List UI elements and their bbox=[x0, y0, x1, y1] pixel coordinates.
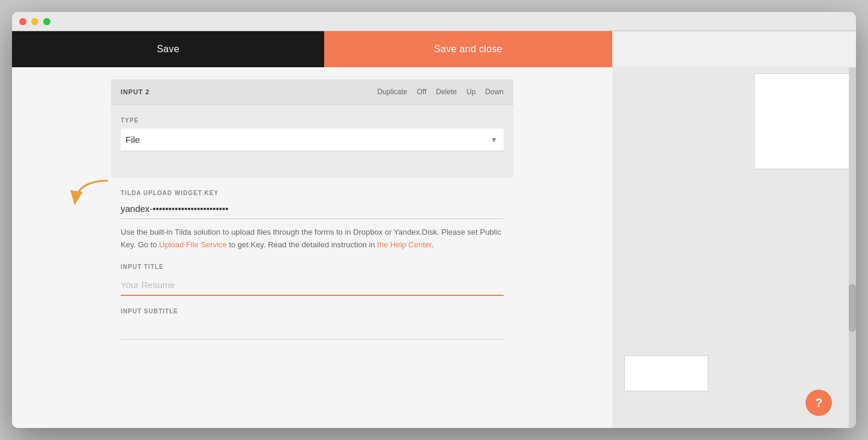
main-area: INPUT 2 Duplicate Off Delete Up Down TYP… bbox=[12, 67, 856, 428]
off-button[interactable]: Off bbox=[417, 88, 426, 96]
titlebar bbox=[12, 12, 856, 31]
content-panel: INPUT 2 Duplicate Off Delete Up Down TYP… bbox=[12, 67, 612, 428]
up-button[interactable]: Up bbox=[466, 88, 475, 96]
input2-section: INPUT 2 Duplicate Off Delete Up Down TYP… bbox=[111, 79, 513, 178]
section-body: TYPE File Text Email Phone Textarea Sele… bbox=[111, 105, 513, 178]
save-button[interactable]: Save bbox=[12, 31, 324, 67]
input-title-field[interactable] bbox=[121, 275, 504, 296]
duplicate-button[interactable]: Duplicate bbox=[377, 88, 407, 96]
input-subtitle-field[interactable] bbox=[121, 319, 504, 340]
type-select[interactable]: File Text Email Phone Textarea Select Ch… bbox=[121, 128, 504, 151]
maximize-dot[interactable] bbox=[43, 18, 50, 25]
section-header: INPUT 2 Duplicate Off Delete Up Down bbox=[111, 79, 513, 105]
upload-key-section: TILDA UPLOAD WIDGET KEY Use the built-in… bbox=[111, 178, 513, 264]
section-title: INPUT 2 bbox=[121, 88, 377, 95]
description-text-2: to get Key. Read the detailed instructio… bbox=[227, 240, 378, 249]
description-text-3: . bbox=[432, 240, 434, 249]
upload-key-input[interactable] bbox=[121, 201, 504, 219]
right-panel: ? bbox=[612, 67, 856, 428]
input-title-label: INPUT TITLE bbox=[121, 264, 504, 270]
upload-file-service-link[interactable]: Upload File Service bbox=[159, 240, 227, 249]
type-field-group: TYPE File Text Email Phone Textarea Sele… bbox=[121, 117, 504, 151]
main-window: Save Save and close INPUT 2 Duplicate Of… bbox=[12, 12, 856, 428]
scrollbar-thumb[interactable] bbox=[849, 284, 856, 332]
upload-description: Use the built-in Tilda solution to uploa… bbox=[121, 226, 504, 252]
input-subtitle-label: INPUT SUBTITLE bbox=[121, 308, 504, 315]
input-title-section: INPUT TITLE bbox=[111, 264, 513, 308]
close-dot[interactable] bbox=[19, 18, 26, 25]
scrollbar[interactable] bbox=[849, 67, 856, 428]
right-panel-preview-box bbox=[754, 73, 850, 169]
toolbar: Save Save and close bbox=[12, 31, 856, 67]
type-select-wrapper: File Text Email Phone Textarea Select Ch… bbox=[121, 128, 504, 151]
type-label: TYPE bbox=[121, 117, 504, 124]
down-button[interactable]: Down bbox=[485, 88, 504, 96]
delete-button[interactable]: Delete bbox=[436, 88, 457, 96]
help-button[interactable]: ? bbox=[806, 390, 832, 416]
minimize-dot[interactable] bbox=[31, 18, 38, 25]
arrow-annotation bbox=[66, 175, 114, 217]
toolbar-right bbox=[612, 31, 856, 67]
section-actions: Duplicate Off Delete Up Down bbox=[377, 88, 504, 96]
upload-key-label: TILDA UPLOAD WIDGET KEY bbox=[121, 190, 504, 196]
input-subtitle-section: INPUT SUBTITLE bbox=[111, 308, 513, 352]
right-panel-secondary-box bbox=[624, 355, 708, 391]
help-center-link[interactable]: the Help Center bbox=[377, 240, 431, 249]
save-and-close-button[interactable]: Save and close bbox=[324, 31, 612, 67]
